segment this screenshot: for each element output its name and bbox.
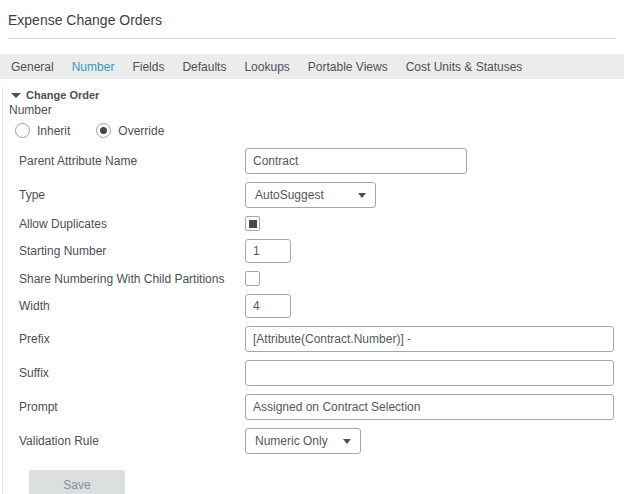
field-label: Width (19, 299, 245, 313)
radio-icon-inherit[interactable] (15, 123, 30, 138)
type-select[interactable]: AutoSuggest (245, 182, 376, 208)
tab-general[interactable]: General (2, 60, 63, 74)
page-header: Expense Change Orders (0, 0, 624, 39)
prefix-input[interactable] (245, 326, 614, 352)
radio-option-inherit[interactable]: Inherit (15, 123, 70, 138)
form-row-parent-attribute-name: Parent Attribute Name (19, 148, 624, 174)
radio-icon-override[interactable] (96, 123, 111, 138)
radio-option-override[interactable]: Override (96, 123, 164, 138)
radio-label: Inherit (37, 124, 70, 138)
section-header-change-order-number[interactable]: Change Order (11, 89, 624, 101)
selected-value: AutoSuggest (255, 188, 324, 202)
form-row-validation-rule: Validation RuleNumeric Only (19, 428, 624, 454)
field-label: Prompt (19, 400, 245, 414)
validation-rule-select[interactable]: Numeric Only (245, 428, 361, 454)
field-label: Allow Duplicates (19, 217, 245, 231)
suffix-input[interactable] (245, 360, 614, 386)
chevron-down-icon (358, 193, 366, 198)
form-row-share-numbering-with-child-partitions: Share Numbering With Child Partitions (19, 271, 624, 286)
field-label: Share Numbering With Child Partitions (19, 272, 245, 286)
allow-duplicates-checkbox[interactable] (245, 216, 260, 231)
form-row-width: Width (19, 294, 624, 318)
tab-number[interactable]: Number (63, 60, 124, 74)
share-numbering-with-child-partitions-checkbox[interactable] (245, 271, 260, 286)
field-label: Validation Rule (19, 434, 245, 448)
form-row-allow-duplicates: Allow Duplicates (19, 216, 624, 231)
tab-portable-views[interactable]: Portable Views (299, 60, 397, 74)
number-mode-radio-group: InheritOverride (15, 123, 624, 138)
chevron-down-icon (343, 439, 351, 444)
form-row-prompt: Prompt (19, 394, 624, 420)
prompt-input[interactable] (245, 394, 614, 420)
number-settings-panel: Change Order Number InheritOverride Pare… (2, 87, 624, 494)
tab-cost-units-statuses[interactable]: Cost Units & Statuses (397, 60, 532, 74)
section-title: Change Order (26, 89, 99, 101)
tab-bar: GeneralNumberFieldsDefaultsLookupsPortab… (0, 54, 624, 79)
section-title-line2: Number (9, 103, 624, 117)
tab-fields[interactable]: Fields (123, 60, 173, 74)
width-input[interactable] (245, 294, 291, 318)
form-row-prefix: Prefix (19, 326, 624, 352)
tab-lookups[interactable]: Lookups (235, 60, 298, 74)
number-settings-form: Parent Attribute NameTypeAutoSuggestAllo… (9, 148, 624, 454)
field-label: Suffix (19, 366, 245, 380)
selected-value: Numeric Only (255, 434, 328, 448)
parent-attribute-name-input[interactable] (245, 148, 467, 174)
form-row-type: TypeAutoSuggest (19, 182, 624, 208)
title-divider (8, 38, 616, 39)
form-row-starting-number: Starting Number (19, 239, 624, 263)
page-title: Expense Change Orders (8, 12, 616, 28)
field-label: Starting Number (19, 244, 245, 258)
field-label: Parent Attribute Name (19, 154, 245, 168)
starting-number-input[interactable] (245, 239, 291, 263)
form-row-suffix: Suffix (19, 360, 624, 386)
save-button[interactable]: Save (29, 470, 125, 494)
radio-label: Override (118, 124, 164, 138)
collapse-caret-icon (11, 93, 21, 98)
field-label: Type (19, 188, 245, 202)
tab-defaults[interactable]: Defaults (173, 60, 235, 74)
field-label: Prefix (19, 332, 245, 346)
